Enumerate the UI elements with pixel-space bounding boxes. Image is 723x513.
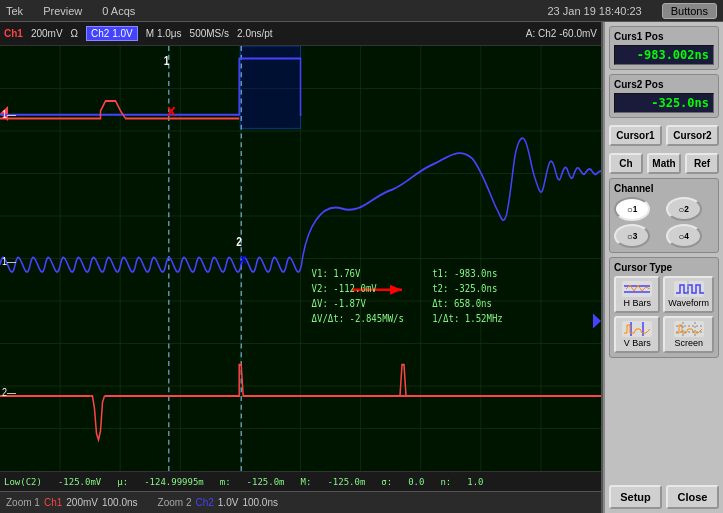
ch2-label: Ch2 [91,28,109,39]
cursor-type-title: Cursor Type [614,262,714,273]
svg-text:V2:  -112.0mV: V2: -112.0mV [312,282,377,294]
mu-label: μ: [117,477,128,487]
screen-label: Screen [674,338,703,348]
waveform-label: Waveform [668,298,709,308]
cursor-screen[interactable]: Screen [663,316,714,353]
v-bars-icon [622,321,652,337]
zoom1-item: Zoom 1 Ch1 200mV 100.0ns [6,497,138,508]
svg-text:✕: ✕ [238,252,249,269]
ch1-button[interactable]: ○1 [614,197,650,221]
h-bars-icon [622,281,652,297]
sigma-val: 0.0 [408,477,424,487]
timebase: M 1.0μs [146,28,182,39]
mu-val: -124.99995m [144,477,204,487]
math-button[interactable]: Math [647,153,681,174]
ch-button[interactable]: Ch [609,153,643,174]
ns-pt: 2.0ns/pt [237,28,273,39]
ch-math-ref-row: Ch Math Ref [609,153,719,174]
zoom2-ch2-time: 100.0ns [242,497,278,508]
bottom-btn-row: Setup Close [609,485,719,509]
screen-icon [674,321,704,337]
acqs-label: 0 Acqs [102,5,135,17]
ch2-val: 1.0V [112,28,133,39]
zoom2-label: Zoom 2 [158,497,192,508]
cursor-type-section: Cursor Type H Bars [609,257,719,358]
zoom2-item: Zoom 2 Ch2 1.0V 100.0ns [158,497,278,508]
close-button[interactable]: Close [666,485,719,509]
svg-text:2—: 2— [2,386,17,398]
cursor1-button[interactable]: Cursor1 [609,125,662,146]
zoom1-ch1: Ch1 [44,497,62,508]
cursor2-pos-value: -325.0ns [614,93,714,113]
m-label: m: [220,477,231,487]
right-panel: Curs1 Pos -983.002ns Curs2 Pos -325.0ns … [603,22,723,513]
cursor-type-grid: H Bars Waveform [614,276,714,353]
m-val: -125.0m [247,477,285,487]
preview-label: Preview [43,5,82,17]
scope-area: Ch1 200mV Ω Ch2 1.0V M 1.0μs 500MS/s 2.0… [0,22,603,513]
svg-text:ΔV:   -1.87V: ΔV: -1.87V [312,297,366,309]
svg-text:2: 2 [236,235,242,248]
cursor-h-bars[interactable]: H Bars [614,276,660,313]
main-layout: Ch1 200mV Ω Ch2 1.0V M 1.0μs 500MS/s 2.0… [0,22,723,513]
cursor1-pos-title: Curs1 Pos [614,31,714,42]
zoom1-ch1-time: 100.0ns [102,497,138,508]
ch1-sym: Ω [71,28,78,39]
oscilloscope-grid: 1 2 [0,46,601,471]
channel-title: Channel [614,183,714,194]
zoom1-label: Zoom 1 [6,497,40,508]
datetime-label: 23 Jan 19 18:40:23 [547,5,641,17]
trigger-info: A: Ch2 -60.0mV [526,28,597,39]
buttons-button[interactable]: Buttons [662,3,717,19]
cursor2-pos-section: Curs2 Pos -325.0ns [609,74,719,118]
svg-text:ΔV/Δt: -2.845MW/s: ΔV/Δt: -2.845MW/s [312,312,404,324]
ch4-button[interactable]: ○4 [666,224,702,248]
bottom-stats-bar: Low(C2) -125.0mV μ: -124.99995m m: -125.… [0,471,601,491]
waveform-display: 1 2 [0,46,601,471]
svg-text:1/Δt: 1.52MHz: 1/Δt: 1.52MHz [432,312,503,324]
h-bars-label: H Bars [623,298,651,308]
svg-text:Δt:   658.0ns: Δt: 658.0ns [432,297,492,309]
trigger-ch: A: Ch2 [526,28,557,39]
ch3-button[interactable]: ○3 [614,224,650,248]
svg-text:1—: 1— [2,255,17,267]
n-val: 1.0 [467,477,483,487]
M-val: -125.0m [327,477,365,487]
svg-text:V1:    1.76V: V1: 1.76V [312,267,361,279]
brand-label: Tek [6,5,23,17]
cursor1-pos-value: -983.002ns [614,45,714,65]
ch1-label: Ch1 [4,28,23,39]
cursor2-pos-title: Curs2 Pos [614,79,714,90]
low-c2-label: Low(C2) [4,477,42,487]
trigger-val: -60.0mV [559,28,597,39]
svg-text:t2:  -325.0ns: t2: -325.0ns [432,282,497,294]
svg-text:t1:  -983.0ns: t1: -983.0ns [432,267,497,279]
channel-buttons: ○1 ○2 ○3 ○4 [614,197,714,248]
sigma-label: σ: [381,477,392,487]
ch2-button[interactable]: ○2 [666,197,702,221]
svg-text:1—: 1— [2,109,17,121]
cursor1-pos-section: Curs1 Pos -983.002ns [609,26,719,70]
zoom1-ch1-val: 200mV [66,497,98,508]
n-label: n: [440,477,451,487]
low-val: -125.0mV [58,477,101,487]
waveform-icon [674,281,704,297]
cursor-waveform[interactable]: Waveform [663,276,714,313]
channel-section: Channel ○1 ○2 ○3 ○4 [609,178,719,253]
cursor-buttons-row: Cursor1 Cursor2 [609,125,719,146]
M-label: M: [301,477,312,487]
ref-button[interactable]: Ref [685,153,719,174]
top-bar: Tek Preview 0 Acqs 23 Jan 19 18:40:23 Bu… [0,0,723,22]
zoom2-ch2-val: 1.0V [218,497,239,508]
zoom2-ch2: Ch2 [195,497,213,508]
svg-text:✕: ✕ [166,104,177,121]
sample-rate: 500MS/s [190,28,229,39]
ch-info-bar: Ch1 200mV Ω Ch2 1.0V M 1.0μs 500MS/s 2.0… [0,22,601,46]
v-bars-label: V Bars [624,338,651,348]
setup-button[interactable]: Setup [609,485,662,509]
ch2-box: Ch2 1.0V [86,26,138,41]
zoom-bar: Zoom 1 Ch1 200mV 100.0ns Zoom 2 Ch2 1.0V… [0,491,601,513]
cursor2-button[interactable]: Cursor2 [666,125,719,146]
ch1-val: 200mV [31,28,63,39]
cursor-v-bars[interactable]: V Bars [614,316,660,353]
